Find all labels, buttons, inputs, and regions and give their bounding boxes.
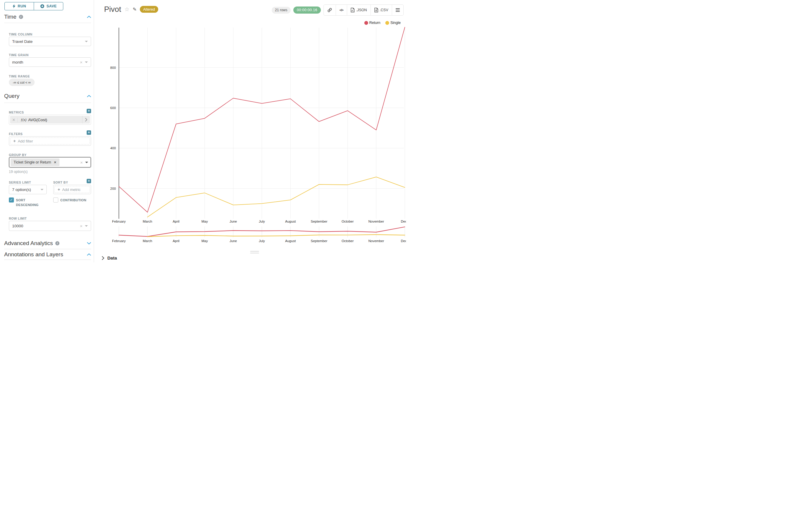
time-column-value: Travel Date <box>12 39 32 44</box>
altered-badge[interactable]: Altered <box>140 6 158 13</box>
edit-icon[interactable]: ✎ <box>133 6 137 12</box>
link-icon <box>327 8 332 12</box>
export-csv-button[interactable]: .CSV <box>371 5 392 15</box>
caret-down-icon <box>85 162 88 163</box>
query-section-title: Query <box>4 93 19 99</box>
save-button[interactable]: SAVE <box>34 2 63 10</box>
share-link-button[interactable] <box>324 5 336 15</box>
group-by-label: GROUP BY <box>9 153 27 157</box>
add-metric-button[interactable]: + <box>87 109 91 113</box>
chart-legend: Return Single <box>364 21 401 25</box>
series-limit-value: 7 option(s) <box>12 188 31 192</box>
sort-by-control: + Add metric <box>53 185 91 194</box>
row-limit-select[interactable]: 10000 × <box>9 221 91 231</box>
add-filter-button[interactable]: + <box>87 130 91 135</box>
remove-metric-icon[interactable]: ✕ <box>10 118 18 122</box>
fx-icon: ƒ(x) <box>21 118 26 122</box>
checkbox-checked-icon: ✓ <box>9 197 14 202</box>
chart-panel: Pivot ☆ ✎ Altered 21 rows 00:00:00.16 </… <box>94 0 406 262</box>
save-button-label: SAVE <box>46 4 57 8</box>
add-metric-placeholder[interactable]: + Add metric <box>55 186 90 193</box>
chevron-right-icon <box>102 256 104 260</box>
run-button-label: RUN <box>18 4 26 8</box>
clear-icon[interactable]: × <box>80 160 83 165</box>
add-filter-placeholder[interactable]: + Add filter <box>10 137 90 145</box>
json-file-icon <box>351 8 355 12</box>
view-query-button[interactable]: </> <box>336 5 347 15</box>
plus-icon: + <box>13 139 16 144</box>
chevron-up-icon[interactable] <box>87 95 91 97</box>
time-grain-select[interactable]: month × <box>9 57 91 67</box>
plus-icon: + <box>58 187 60 192</box>
run-button[interactable]: RUN <box>5 2 34 10</box>
info-icon: i <box>55 241 59 245</box>
caret-down-icon <box>41 189 43 190</box>
group-by-tag[interactable]: Ticket Single or Return ✕ <box>11 159 59 166</box>
legend-item-single[interactable]: Single <box>385 21 401 25</box>
time-grain-label: TIME GRAIN <box>9 53 29 57</box>
clear-icon[interactable]: × <box>80 60 83 64</box>
divider <box>4 23 91 23</box>
return-series-dot <box>364 21 368 25</box>
caret-down-icon <box>85 61 88 63</box>
sort-descending-checkbox[interactable]: ✓ SORT DESCENDING <box>9 197 49 207</box>
data-section-label: Data <box>107 255 117 260</box>
query-section-header[interactable]: Query <box>4 93 91 99</box>
favorite-star-icon[interactable]: ☆ <box>124 6 130 13</box>
single-series-dot <box>385 21 389 25</box>
add-sort-metric-button[interactable]: + <box>87 179 91 183</box>
time-range-value: -∞ ≤ col < ∞ <box>13 81 31 84</box>
export-json-button[interactable]: .JSON <box>347 5 371 15</box>
group-by-select[interactable]: Ticket Single or Return ✕ × <box>9 157 91 168</box>
chevron-down-icon[interactable] <box>87 242 91 244</box>
chevron-up-icon[interactable] <box>87 16 91 18</box>
data-section-header[interactable]: Data <box>102 255 117 260</box>
run-save-button-group: RUN SAVE <box>4 2 63 10</box>
menu-button[interactable] <box>392 5 403 15</box>
contribution-checkbox[interactable]: CONTRIBUTION <box>53 197 86 202</box>
series-limit-label: SERIES LIMIT <box>9 181 31 184</box>
divider <box>4 249 91 249</box>
advanced-analytics-header[interactable]: Advanced Analytics i <box>4 240 91 246</box>
caret-down-icon <box>85 41 88 42</box>
chevron-up-icon[interactable] <box>87 253 91 256</box>
row-count-badge: 21 rows <box>272 7 291 14</box>
legend-item-return[interactable]: Return <box>364 21 381 25</box>
time-range-pill[interactable]: -∞ ≤ col < ∞ <box>9 79 34 86</box>
export-json-label: .JSON <box>356 8 367 12</box>
annotations-title: Annotations and Layers <box>4 251 63 258</box>
row-limit-label: ROW LIMIT <box>9 217 27 220</box>
advanced-analytics-title: Advanced Analytics <box>4 240 53 246</box>
time-section-title: Time <box>4 14 17 20</box>
time-range-label: TIME RANGE <box>9 75 30 78</box>
code-icon: </> <box>339 8 343 12</box>
export-csv-label: .CSV <box>380 8 388 12</box>
time-column-select[interactable]: Travel Date <box>9 37 91 46</box>
metrics-label: METRICS <box>9 110 24 114</box>
info-icon: i <box>19 15 23 19</box>
chevron-right-icon[interactable] <box>82 116 90 123</box>
metric-control: ✕ ƒ(x) AVG(Cost) <box>9 115 91 125</box>
header-actions: 21 rows 00:00:00.16 </> <box>272 4 404 16</box>
annotations-header[interactable]: Annotations and Layers <box>4 251 91 258</box>
legend-single-label: Single <box>390 21 401 25</box>
checkbox-unchecked-icon <box>53 197 58 202</box>
remove-tag-icon[interactable]: ✕ <box>54 161 57 164</box>
chart-header: Pivot ☆ ✎ Altered <box>104 5 158 14</box>
csv-file-icon <box>374 8 378 12</box>
time-column-label: TIME COLUMN <box>9 32 32 36</box>
time-section-header[interactable]: Time i <box>4 14 91 20</box>
plus-circle-icon <box>40 4 44 8</box>
metric-pill[interactable]: ✕ ƒ(x) AVG(Cost) <box>10 116 90 123</box>
bolt-icon <box>12 4 16 8</box>
metric-value: AVG(Cost) <box>28 118 47 122</box>
panel-resize-handle[interactable] <box>250 251 259 253</box>
divider <box>4 103 91 103</box>
page-title: Pivot <box>104 5 121 14</box>
clear-icon[interactable]: × <box>80 224 83 228</box>
series-limit-select[interactable]: 7 option(s) <box>9 185 47 194</box>
row-limit-value: 10000 <box>12 224 23 228</box>
divider <box>4 259 91 260</box>
export-toolbar: </> .JSON .CSV <box>324 4 404 16</box>
contribution-label: CONTRIBUTION <box>60 197 86 202</box>
